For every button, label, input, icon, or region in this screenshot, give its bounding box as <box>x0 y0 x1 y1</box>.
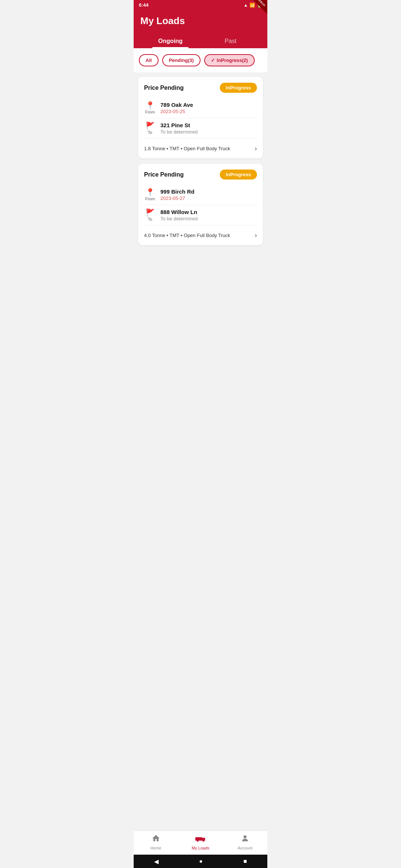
wifi-icon: ▲ <box>244 3 248 8</box>
card-1-from-icon-wrapper: 📍 From <box>144 102 156 114</box>
tab-ongoing[interactable]: Ongoing <box>140 33 200 48</box>
card-1-to-details: 321 Pine St To be determined <box>160 122 257 135</box>
card-2-from-label: From <box>145 197 155 201</box>
card-2-from-address: 999 Birch Rd <box>160 188 257 195</box>
card-1-from-date: 2023-05-25 <box>160 109 257 114</box>
card-1-to-address: 321 Pine St <box>160 122 257 128</box>
filter-inprogress[interactable]: ✓ InProgress(2) <box>204 54 255 66</box>
card-2-to-date: To be determined <box>160 216 257 221</box>
card-2-footer[interactable]: 4.0 Tonne ▪ TMT ▪ Open Full Body Truck › <box>144 230 257 239</box>
status-time: 6:44 <box>139 2 149 8</box>
location-pin-icon-2: 📍 <box>146 188 155 196</box>
card-1-header: Price Pending InProgress <box>144 83 257 93</box>
card-2-to-row: 🚩 To 888 Willow Ln To be determined <box>144 205 257 226</box>
load-card-1[interactable]: Price Pending InProgress 📍 From 789 Oak … <box>138 77 263 158</box>
card-1-footer[interactable]: 1.8 Tonne ▪ TMT ▪ Open Full Body Truck › <box>144 143 257 152</box>
card-2-header: Price Pending InProgress <box>144 170 257 180</box>
checkmark-icon: ✓ <box>211 57 215 63</box>
flag-icon: 🚩 <box>146 122 155 129</box>
card-1-to-icon-wrapper: 🚩 To <box>144 122 156 135</box>
card-1-to-date: To be determined <box>160 129 257 135</box>
card-2-to-address: 888 Willow Ln <box>160 209 257 215</box>
page-header: My Loads Ongoing Past <box>134 10 267 48</box>
card-1-from-label: From <box>145 110 155 114</box>
card-2-to-label: To <box>148 217 152 221</box>
card-2-status: InProgress <box>220 170 257 180</box>
card-2-from-row: 📍 From 999 Birch Rd 2023-05-27 <box>144 185 257 205</box>
card-1-to-label: To <box>148 130 152 135</box>
loads-list: Price Pending InProgress 📍 From 789 Oak … <box>134 72 267 284</box>
card-2-from-icon-wrapper: 📍 From <box>144 188 156 201</box>
card-1-to-row: 🚩 To 321 Pine St To be determined <box>144 118 257 139</box>
filter-pending[interactable]: Pending(3) <box>162 54 200 66</box>
card-1-from-address: 789 Oak Ave <box>160 102 257 108</box>
card-2-price: Price Pending <box>144 171 184 178</box>
status-bar: 6:44 ▲ 📶 🔋 DEBUG <box>134 0 267 10</box>
card-2-to-icon-wrapper: 🚩 To <box>144 209 156 221</box>
card-2-to-details: 888 Willow Ln To be determined <box>160 209 257 221</box>
card-1-from-row: 📍 From 789 Oak Ave 2023-05-25 <box>144 98 257 118</box>
card-1-status: InProgress <box>220 83 257 93</box>
tab-past[interactable]: Past <box>200 33 261 48</box>
card-2-specs: 4.0 Tonne ▪ TMT ▪ Open Full Body Truck <box>144 233 230 238</box>
page-title: My Loads <box>140 15 261 27</box>
filter-all[interactable]: All <box>139 54 159 66</box>
card-1-from-details: 789 Oak Ave 2023-05-25 <box>160 102 257 114</box>
card-1-arrow-icon[interactable]: › <box>255 145 257 152</box>
card-1-price: Price Pending <box>144 85 184 91</box>
card-1-specs: 1.8 Tonne ▪ TMT ▪ Open Full Body Truck <box>144 146 230 151</box>
card-2-from-date: 2023-05-27 <box>160 195 257 201</box>
load-card-2[interactable]: Price Pending InProgress 📍 From 999 Birc… <box>138 164 263 245</box>
card-2-arrow-icon[interactable]: › <box>255 231 257 239</box>
filter-row: All Pending(3) ✓ InProgress(2) <box>134 48 267 72</box>
card-2-from-details: 999 Birch Rd 2023-05-27 <box>160 188 257 201</box>
tab-bar: Ongoing Past <box>140 33 261 48</box>
flag-icon-2: 🚩 <box>146 209 155 216</box>
location-pin-icon: 📍 <box>146 102 155 109</box>
